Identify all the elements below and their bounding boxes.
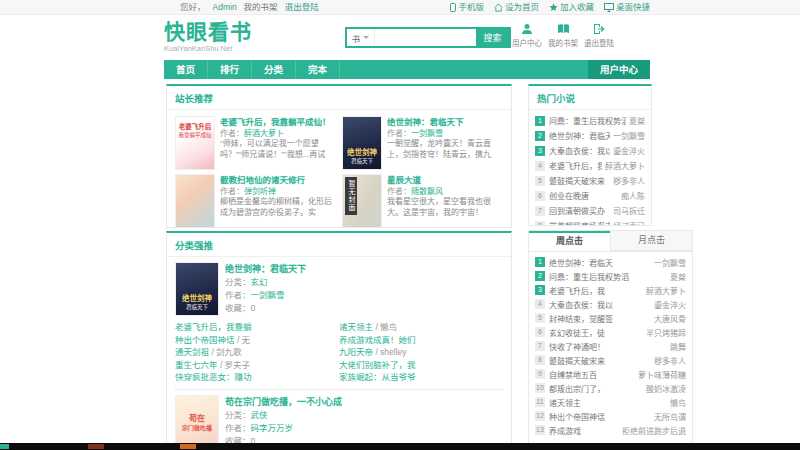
ranked-book-row[interactable]: 1 问鼎：重生后我权势滔 夏桀: [535, 113, 645, 128]
book-title: 问鼎：重生后我权势滔: [549, 115, 626, 126]
featured-book[interactable]: 绝世剑神 君临天下 绝世剑神：君临天下 分类：玄幻 作者：一剑飘雪 收藏：0: [167, 257, 511, 319]
book-title: 回到清朝做买办: [549, 205, 610, 216]
ranked-book-row[interactable]: 11 诸天领主 懒鸟: [535, 395, 686, 409]
book-description: 一朝觉醒，龙吟震天！青云直上，剑指苍穹！陆青云，携九: [387, 139, 503, 160]
rank-badge: 9: [535, 369, 545, 379]
ranked-book-row[interactable]: 7 回到清朝做买办 司马拆迁: [535, 203, 645, 218]
add-favorite-link[interactable]: 加入收藏: [549, 0, 594, 15]
book-author: 经过而已: [613, 220, 645, 226]
ranked-book-row[interactable]: 4 大秦血衣侯：我以 鎏金淬火: [535, 297, 686, 311]
book-author: 作者：弹剑听禅: [220, 186, 336, 197]
book-title: 老婆飞升后，我: [549, 160, 602, 171]
ranked-book-row[interactable]: 3 老婆飞升后，我 醉酒大萝卜: [535, 283, 686, 297]
rank-badge: 10: [535, 383, 545, 393]
site-logo[interactable]: 快眼看书 KuaiYanKanShu.Net: [164, 20, 252, 53]
book-link[interactable]: 快穿疯批恶女：赚功: [175, 371, 339, 384]
nav-user-center[interactable]: 用户中心: [588, 60, 650, 79]
monitor-icon: [604, 3, 614, 12]
taskbar[interactable]: [0, 443, 800, 450]
search-category-dropdown[interactable]: 书: [347, 29, 375, 46]
book-title: 绝世剑神：君临天下: [225, 262, 503, 276]
featured-book[interactable]: 苟在 宗门做吃播 苟在宗门做吃播，一不小心成 分类：武侠 作者：码字万万岁 收藏…: [167, 390, 511, 447]
panel-recommend-title: 站长推荐: [167, 86, 511, 110]
ranked-book-row[interactable]: 3 大秦血衣侯：我以 鎏金淬火: [535, 143, 645, 158]
ranked-book-row[interactable]: 13 养成游戏 拒绝前进跑步后退: [535, 423, 686, 437]
book-author: 作者：一剑飘雪: [387, 128, 503, 139]
book-category: 分类：玄幻: [225, 276, 503, 289]
book-author: 作者：一剑飘雪: [225, 289, 503, 302]
book-link[interactable]: 种出个帝国神话 / 无: [175, 334, 339, 347]
ranked-book-row[interactable]: 9 自缚禁地五百 萝卜味薄荷糖: [535, 367, 686, 381]
search-button[interactable]: 搜索: [476, 29, 509, 46]
book-title: 封神结束，觉醒签: [549, 313, 651, 324]
my-shelf-action[interactable]: 我的书架: [550, 22, 576, 48]
book-author: 半只烤猪蹄: [646, 327, 686, 338]
book-link[interactable]: 通天剑祖 / 剑九歌: [175, 346, 339, 359]
ranked-book-row[interactable]: 8 鼙鼓揭天破宋来 秽多非人: [535, 353, 686, 367]
rank-badge: 3: [535, 146, 545, 156]
taskbar-item[interactable]: [180, 444, 196, 449]
logout-action[interactable]: 退出登陆: [586, 22, 612, 48]
site-header: 快眼看书 KuaiYanKanShu.Net 书 搜索 用户中心 我的书架 退出…: [0, 15, 800, 60]
book-title: 都叛出宗门了，: [549, 383, 643, 394]
ranked-book-row[interactable]: 2 绝世剑神：君临天 一剑飘雪: [535, 128, 645, 143]
book-category: 分类：武侠: [225, 409, 503, 422]
book-card[interactable]: 暂无封面 星辰大道 作者：随散飘风 我看星空很大，星空看我也很大。这是宇宙，我的…: [342, 174, 503, 228]
mobile-version-link[interactable]: 手机版: [450, 0, 484, 15]
set-homepage-link[interactable]: 设为首页: [494, 0, 539, 15]
greeting-text: 您好，: [180, 0, 206, 15]
logo-subtitle: KuaiYanKanShu.Net: [164, 44, 252, 53]
book-title: 老婆飞升后，我靠躺平成仙！: [220, 116, 336, 128]
taskbar-item[interactable]: [88, 444, 104, 449]
nav-item[interactable]: 分类: [252, 60, 296, 79]
book-link[interactable]: 诸天领主 / 懒鸟: [339, 321, 503, 334]
desktop-shortcut-link[interactable]: 桌面快捷: [604, 0, 650, 15]
book-link[interactable]: 大佬们别脑补了，我: [339, 359, 503, 372]
ranked-book-row[interactable]: 12 种出个帝国神话 无所鸟谓: [535, 409, 686, 423]
ranked-book-row[interactable]: 8 带着超级商场逛古 经过而已: [535, 218, 645, 226]
nav-item[interactable]: 完本: [296, 60, 340, 79]
book-description: 我看星空很大，星空看我也很大。这是宇宙，我的宇宙！: [387, 197, 503, 218]
rank-badge: 3: [535, 285, 545, 295]
ranked-book-row[interactable]: 5 鼙鼓揭天破宋来 秽多非人: [535, 173, 645, 188]
user-center-action[interactable]: 用户中心: [514, 22, 540, 48]
nav-item[interactable]: 排行: [208, 60, 252, 79]
book-card[interactable]: 老婆飞升后 我靠躺平成仙 老婆飞升后，我靠躺平成仙！ 作者：醉酒大萝卜 “师妹，…: [175, 116, 336, 170]
nav-item[interactable]: 首页: [164, 60, 208, 79]
book-description: “师妹，可以满足我一个愿望吗？”“师兄请说！”“我想...再试: [220, 139, 336, 160]
ranked-book-row[interactable]: 7 快收了神通吧！ 跳舞: [535, 339, 686, 353]
ranked-book-row[interactable]: 10 都叛出宗门了， 酸奶冰激凌: [535, 381, 686, 395]
tab-week-clicks[interactable]: 周点击: [529, 231, 610, 251]
username-link[interactable]: Admin: [213, 0, 237, 15]
ranked-book-row[interactable]: 6 创业在晚唐 痴人陈: [535, 188, 645, 203]
book-link[interactable]: 九阳天帝 / shelley: [339, 346, 503, 359]
book-favorites: 收藏：0: [225, 302, 503, 315]
book-author: 作者：醉酒大萝卜: [220, 128, 336, 139]
book-author: 无所鸟谓: [654, 411, 686, 422]
book-link[interactable]: 养成游戏成真！她们: [339, 334, 503, 347]
ranked-book-row[interactable]: 1 绝世剑神：君临天 一剑飘雪: [535, 255, 686, 269]
book-card[interactable]: 绝世剑神 君临天下 绝世剑神：君临天下 作者：一剑飘雪 一朝觉醒，龙吟震天！青云…: [342, 116, 503, 170]
panel-hot-title: 热门小说: [529, 86, 651, 110]
book-title: 大秦血衣侯：我以: [549, 145, 610, 156]
star-icon: [549, 3, 558, 12]
tab-month-clicks[interactable]: 月点击: [610, 231, 692, 251]
logout-link[interactable]: 退出登陆: [285, 0, 319, 15]
ranked-book-row[interactable]: 4 老婆飞升后，我 醉酒大萝卜: [535, 158, 645, 173]
book-card[interactable]: 截教扫地仙的诸天修行 作者：弹剑听禅 柳栖是金鳌岛的柳树精，化形后成为碧游宫的杂…: [175, 174, 336, 228]
ranked-book-row[interactable]: 6 玄幻收徒王，徒 半只烤猪蹄: [535, 325, 686, 339]
book-link[interactable]: 重生七六年 / 罗夫子: [175, 359, 339, 372]
ranked-book-row[interactable]: 5 封神结束，觉醒签 大唐风骨: [535, 311, 686, 325]
rank-badge: 7: [535, 206, 545, 216]
book-cover: [175, 174, 215, 228]
book-title: 种出个帝国神话: [549, 411, 651, 422]
search-input[interactable]: [375, 29, 476, 46]
ranked-book-row[interactable]: 2 问鼎：重生后我权势滔 夏桀: [535, 269, 686, 283]
book-author: 拒绝前进跑步后退: [622, 425, 686, 436]
book-link[interactable]: 家族崛起：从当爷爷: [339, 371, 503, 384]
book-link[interactable]: 老婆飞升后，我靠躺: [175, 321, 339, 334]
rank-badge: 13: [535, 425, 545, 435]
my-shelf-link[interactable]: 我的书架: [244, 0, 278, 15]
book-title: 星辰大道: [387, 174, 503, 186]
taskbar-app-icon[interactable]: [0, 444, 9, 449]
